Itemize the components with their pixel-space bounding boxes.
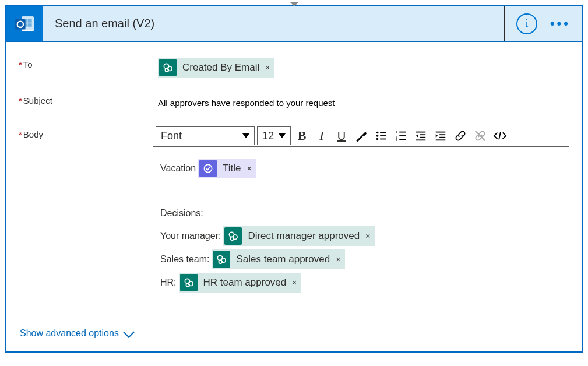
- numbered-list-button[interactable]: 123: [392, 127, 410, 145]
- token-label: Created By Email: [182, 59, 259, 76]
- body-text: HR:: [160, 273, 177, 292]
- rich-text-editor: Font 12 B I U: [153, 125, 569, 314]
- bold-button[interactable]: B: [293, 127, 311, 145]
- font-size-value: 12: [262, 130, 274, 142]
- card-body: To Created By Email × Subject: [6, 42, 582, 351]
- card-header: Send an email (V2) i •••: [6, 6, 582, 42]
- field-row-subject: Subject: [19, 91, 569, 114]
- svg-rect-20: [416, 132, 426, 133]
- unlink-button[interactable]: [471, 127, 489, 145]
- outlook-icon: [6, 6, 43, 41]
- header-actions: i •••: [505, 6, 582, 41]
- bulleted-list-button[interactable]: [372, 127, 390, 145]
- svg-rect-23: [416, 139, 426, 140]
- svg-point-10: [376, 138, 379, 140]
- chevron-down-icon: [242, 133, 249, 138]
- svg-point-7: [357, 139, 359, 142]
- field-row-body: Body Font 12 B I U: [19, 125, 569, 314]
- card-title[interactable]: Send an email (V2): [43, 6, 505, 41]
- dynamic-token-created-by-email[interactable]: Created By Email ×: [158, 58, 274, 78]
- svg-line-29: [499, 132, 501, 140]
- svg-rect-24: [436, 132, 446, 133]
- field-row-to: To Created By Email ×: [19, 55, 569, 80]
- svg-point-30: [204, 164, 212, 172]
- font-family-value: Font: [161, 130, 182, 142]
- dynamic-token-title[interactable]: Title ×: [198, 159, 256, 178]
- subject-label: Subject: [19, 91, 153, 105]
- chevron-down-icon: [123, 326, 135, 338]
- sharepoint-icon: [213, 251, 230, 268]
- dynamic-token-manager-approved[interactable]: Direct manager approved ×: [223, 226, 375, 246]
- show-advanced-label: Show advanced options: [20, 328, 119, 339]
- approvals-icon: [199, 160, 217, 177]
- decrease-indent-button[interactable]: [412, 127, 429, 145]
- body-label: Body: [19, 125, 153, 139]
- increase-indent-button[interactable]: [432, 127, 449, 145]
- svg-rect-13: [380, 139, 386, 140]
- to-label: To: [19, 55, 153, 69]
- svg-rect-27: [436, 139, 446, 140]
- body-text: Sales team:: [160, 250, 209, 269]
- color-picker-button[interactable]: [353, 127, 370, 145]
- italic-button[interactable]: I: [313, 127, 330, 145]
- connector-nub-icon: [290, 2, 299, 6]
- body-text: Vacation: [160, 159, 196, 178]
- svg-text:3: 3: [396, 138, 398, 142]
- svg-rect-19: [399, 139, 406, 140]
- remove-token-icon[interactable]: ×: [365, 227, 370, 245]
- dynamic-token-sales-approved[interactable]: Sales team approved ×: [212, 249, 345, 269]
- sharepoint-icon: [224, 227, 242, 245]
- to-input[interactable]: Created By Email ×: [153, 55, 569, 80]
- token-label: HR team approved: [203, 273, 287, 292]
- remove-token-icon[interactable]: ×: [292, 273, 297, 292]
- svg-rect-26: [439, 137, 445, 138]
- token-label: Sales team approved: [236, 250, 330, 269]
- body-text: Your manager:: [160, 227, 221, 245]
- remove-token-icon[interactable]: ×: [336, 250, 340, 269]
- svg-rect-25: [439, 134, 445, 135]
- svg-point-9: [376, 135, 379, 137]
- sharepoint-icon: [159, 59, 177, 76]
- svg-point-8: [376, 132, 379, 134]
- svg-rect-21: [420, 134, 425, 135]
- svg-rect-18: [399, 135, 406, 136]
- editor-toolbar: Font 12 B I U: [153, 125, 569, 147]
- more-actions-icon[interactable]: •••: [550, 16, 571, 31]
- font-family-select[interactable]: Font: [156, 126, 255, 145]
- svg-rect-12: [380, 135, 386, 136]
- dynamic-token-hr-approved[interactable]: HR team approved ×: [179, 273, 302, 293]
- body-content[interactable]: Vacation Title × Decisions:: [153, 147, 569, 314]
- remove-token-icon[interactable]: ×: [247, 159, 252, 178]
- underline-button[interactable]: U: [333, 127, 350, 145]
- token-label: Direct manager approved: [248, 227, 360, 245]
- action-card: Send an email (V2) i ••• To Created By E…: [5, 5, 583, 353]
- remove-token-icon[interactable]: ×: [265, 59, 270, 76]
- token-label: Title: [223, 159, 241, 178]
- info-icon[interactable]: i: [516, 13, 537, 34]
- show-advanced-toggle[interactable]: Show advanced options: [19, 325, 569, 341]
- svg-rect-17: [399, 132, 406, 133]
- link-button[interactable]: [452, 127, 469, 145]
- sharepoint-icon: [180, 274, 198, 291]
- svg-rect-22: [420, 137, 425, 138]
- chevron-down-icon: [279, 133, 286, 138]
- subject-input[interactable]: [153, 91, 569, 114]
- code-view-button[interactable]: [491, 127, 509, 145]
- svg-rect-11: [380, 132, 386, 133]
- body-text: Decisions:: [160, 204, 203, 223]
- subject-text[interactable]: [158, 98, 564, 108]
- font-size-select[interactable]: 12: [257, 126, 291, 145]
